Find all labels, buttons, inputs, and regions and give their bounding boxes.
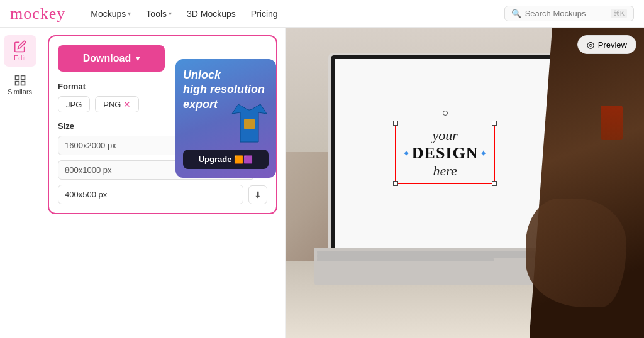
upgrade-emojis: 🟧🟪 [234, 155, 253, 164]
chevron-down-icon: ▾ [128, 10, 131, 17]
sidebar-item-edit-label: Edit [14, 54, 26, 62]
nav-mockups[interactable]: Mockups ▾ [91, 9, 131, 19]
size-row-free: ⬇ [58, 185, 267, 204]
preview-button[interactable]: ◎ Preview [577, 35, 636, 54]
handle-tr[interactable] [492, 121, 497, 126]
chevron-down-icon: ▾ [136, 54, 140, 63]
svg-rect-1 [21, 76, 25, 80]
nav-pricing[interactable]: Pricing [251, 9, 278, 19]
sidebar-item-similars[interactable]: Similars [4, 69, 36, 101]
design-text: your ✦ DESIGN ✦ here [402, 128, 488, 179]
search-input[interactable] [525, 9, 607, 18]
star-right-icon: ✦ [480, 148, 487, 159]
sidebar-icons: Edit Similars [0, 28, 40, 338]
upgrade-button[interactable]: Upgrade 🟧🟪 [183, 150, 269, 169]
drink-cup [601, 106, 623, 140]
canvas-area: your ✦ DESIGN ✦ here [286, 28, 644, 338]
eye-icon: ◎ [587, 40, 594, 50]
screen-display: your ✦ DESIGN ✦ here [335, 59, 555, 248]
shirt-illustration [229, 101, 270, 148]
sidebar-item-similars-label: Similars [8, 88, 32, 95]
nav-3d-mockups[interactable]: 3D Mockups [187, 9, 236, 19]
laptop-background: your ✦ DESIGN ✦ here [286, 28, 644, 338]
brand-logo[interactable]: mockey [10, 4, 65, 23]
design-here-text: here [402, 163, 488, 179]
chevron-down-icon: ▾ [169, 10, 172, 17]
handle-bl[interactable] [393, 181, 398, 186]
handle-br[interactable] [492, 181, 497, 186]
screen-bezel: your ✦ DESIGN ✦ here [331, 55, 559, 252]
svg-rect-3 [21, 82, 25, 85]
panel-inner: Download ▾ Format JPG PNG ✕ Size ✕ [48, 35, 277, 214]
download-button[interactable]: Download ▾ [58, 45, 165, 72]
grid-icon [14, 74, 26, 87]
person-hand [526, 199, 626, 307]
close-icon[interactable]: ✕ [123, 99, 131, 109]
format-png-button[interactable]: PNG ✕ [95, 96, 139, 112]
design-main-row: ✦ DESIGN ✦ [402, 144, 488, 163]
nav-tools[interactable]: Tools ▾ [146, 9, 172, 19]
search-shortcut: ⌘K [611, 9, 627, 18]
main-layout: Edit Similars Download ▾ Format JPG PNG [0, 28, 644, 338]
format-jpg-button[interactable]: JPG [58, 96, 90, 112]
handle-tl[interactable] [393, 121, 398, 126]
edit-icon [14, 40, 26, 53]
design-main-text: DESIGN [412, 144, 479, 163]
search-icon: 🔍 [511, 9, 521, 18]
navbar: mockey Mockups ▾ Tools ▾ 3D Mockups Pric… [0, 0, 644, 28]
rotate-handle[interactable] [443, 111, 448, 116]
design-your-text: your [402, 128, 488, 144]
upgrade-card: Unlock high resolution export Upgrade 🟧🟪 [175, 59, 276, 178]
star-left-icon: ✦ [402, 148, 410, 159]
download-free-button[interactable]: ⬇ [248, 185, 267, 204]
size-free-input[interactable] [58, 185, 243, 204]
download-panel: Download ▾ Format JPG PNG ✕ Size ✕ [40, 28, 286, 338]
svg-rect-2 [15, 82, 19, 85]
laptop-lid: your ✦ DESIGN ✦ here [328, 53, 562, 254]
svg-rect-0 [15, 76, 19, 80]
search-bar[interactable]: 🔍 ⌘K [504, 6, 634, 21]
svg-rect-4 [244, 119, 255, 129]
sidebar-item-edit[interactable]: Edit [4, 35, 36, 67]
